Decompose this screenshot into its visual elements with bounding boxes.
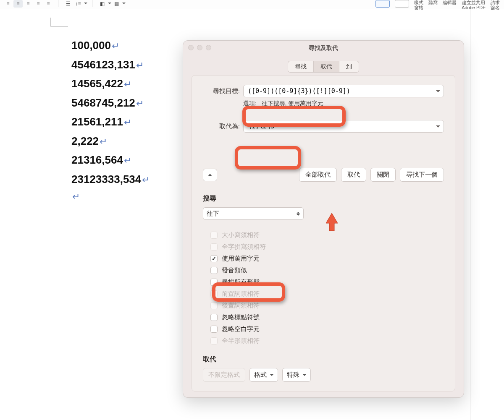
action-buttons-row: 全部取代 取代 關閉 尋找下一個 [203, 168, 444, 182]
replace-button[interactable]: 取代 [341, 168, 366, 182]
checkbox-icon[interactable] [210, 314, 218, 321]
chevron-down-icon[interactable] [108, 3, 111, 5]
paragraph-mark-icon: ↵ [136, 57, 144, 74]
line-spacing-icon[interactable]: ↕≡ [74, 0, 83, 8]
chevron-down-icon[interactable] [122, 3, 125, 5]
options-label: 選項: [243, 100, 257, 107]
collapse-button[interactable] [203, 169, 217, 181]
dialog-inner-panel: 尋找目標: 選項: 往下搜尋, 使用萬用字元 取代為: 全部取代 取代 關閉 [192, 75, 455, 391]
close-button[interactable]: 關閉 [370, 168, 396, 182]
find-input[interactable] [244, 87, 433, 95]
paragraph-mark-icon: ↵ [136, 96, 144, 112]
replace-input[interactable] [244, 123, 433, 130]
check-suffix: 後置詞須相符 [210, 300, 444, 311]
document-line: ↵ [71, 189, 150, 205]
checkbox-checked-icon[interactable] [210, 255, 218, 262]
check-wildcards[interactable]: 使用萬用字元 [210, 253, 444, 264]
tab-find[interactable]: 尋找 [288, 61, 313, 73]
find-replace-dialog: 尋找及取代 尋找 取代 到 尋找目標: 選項: 往下搜尋, 使用萬用字元 取代為… [183, 40, 464, 398]
find-next-button[interactable]: 尋找下一個 [400, 168, 444, 182]
check-prefix: 前置詞須相符 [210, 288, 444, 300]
replace-row: 取代為: [203, 120, 444, 133]
borders-icon[interactable]: ▦ [112, 0, 121, 8]
paragraph-mark-icon: ↵ [72, 189, 80, 205]
checkbox-icon [210, 302, 218, 309]
bullets-icon[interactable]: ☰ [63, 0, 73, 8]
ribbon-label-editor[interactable]: 編輯器 [443, 0, 457, 5]
toolbar-separator [58, 0, 58, 7]
ruler-column [0, 9, 71, 420]
replace-section: 取代 不限定格式 格式 特殊 [203, 355, 444, 382]
dialog-tabs: 尋找 取代 到 [183, 61, 464, 73]
document-line: 100,000↵ [71, 36, 150, 55]
document-line: 21561,211↵ [71, 112, 150, 132]
paragraph-mark-icon: ↵ [124, 153, 131, 169]
window-controls[interactable] [188, 45, 211, 50]
ribbon-button-2[interactable] [395, 0, 409, 8]
paragraph-mark-icon: ↵ [124, 76, 131, 93]
align-left-icon[interactable]: ≡ [3, 0, 13, 8]
document-line: 23123333,534↵ [71, 170, 150, 189]
ribbon-button-1[interactable] [375, 0, 390, 8]
document-content[interactable]: 100,000↵ 4546123,131↵ 14565,422↵ 5468745… [71, 9, 150, 420]
ribbon-label-signature[interactable]: 請求 簽名 [491, 0, 500, 10]
page-right-margin [470, 9, 470, 420]
check-full-half: 全半形須相符 [210, 335, 444, 347]
checkbox-icon [210, 290, 218, 297]
toolbar-separator [92, 0, 92, 7]
replace-section-title: 取代 [203, 355, 444, 364]
paragraph-mark-icon: ↵ [142, 172, 150, 188]
chevron-down-icon[interactable] [433, 125, 444, 128]
paragraph-mark-icon: ↵ [124, 115, 131, 131]
check-match-case: 大小寫須相符 [210, 229, 444, 241]
minimize-window-icon[interactable] [197, 45, 202, 50]
formatting-toolbar: ≡ ≡ ≡ ≡ ≡ ☰ ↕≡ ◧ ▦ 樣式 窗格 聽寫 編輯器 建立並共用 Ad… [0, 0, 504, 9]
select-chevrons-icon [297, 212, 300, 216]
check-whole-word: 全字拼寫須相符 [210, 241, 444, 253]
paragraph-mark-icon: ↵ [112, 38, 119, 55]
special-dropdown-button[interactable]: 特殊 [282, 368, 311, 382]
checkbox-icon[interactable] [210, 326, 218, 333]
replace-format-buttons: 不限定格式 格式 特殊 [203, 368, 444, 382]
checkbox-icon[interactable] [210, 267, 218, 274]
chevron-up-icon [208, 174, 212, 176]
dialog-titlebar[interactable]: 尋找及取代 [183, 41, 464, 56]
replace-label: 取代為: [203, 123, 240, 130]
replace-all-button[interactable]: 全部取代 [299, 168, 337, 182]
tab-goto[interactable]: 到 [339, 61, 359, 73]
fill-icon[interactable]: ◧ [97, 0, 107, 8]
tab-replace[interactable]: 取代 [313, 61, 339, 73]
align-justify-icon[interactable]: ≡ [34, 0, 43, 8]
ribbon-label-panes[interactable]: 樣式 窗格 [414, 0, 423, 10]
chevron-down-icon[interactable] [84, 3, 87, 5]
close-window-icon[interactable] [188, 45, 194, 50]
ribbon-label-dictation[interactable]: 聽寫 [428, 0, 438, 5]
checkbox-icon[interactable] [210, 279, 218, 286]
find-combo[interactable] [243, 85, 444, 97]
dialog-title: 尋找及取代 [309, 44, 338, 52]
paragraph-mark-icon: ↵ [100, 134, 107, 150]
zoom-window-icon[interactable] [206, 45, 211, 50]
document-line: 14565,422↵ [71, 74, 150, 94]
check-ignore-space[interactable]: 忽略空白字元 [210, 323, 444, 335]
find-row: 尋找目標: [203, 85, 444, 97]
no-format-button: 不限定格式 [203, 368, 245, 382]
document-line: 5468745,212↵ [71, 94, 150, 113]
chevron-down-icon[interactable] [433, 90, 444, 92]
ribbon-label-adobe-pdf[interactable]: 建立並共用 Adobe PDF [462, 0, 486, 10]
ribbon-right-labels: 樣式 窗格 聽寫 編輯器 建立並共用 Adobe PDF 請求 簽名 [375, 0, 500, 10]
format-dropdown-button[interactable]: 格式 [249, 368, 278, 382]
check-ignore-punct[interactable]: 忽略標點符號 [210, 311, 444, 323]
check-all-forms[interactable]: 尋找所有形態 [210, 276, 444, 288]
align-center-icon[interactable]: ≡ [13, 0, 23, 8]
search-direction-value: 往下 [207, 210, 219, 218]
search-section-title: 搜尋 [203, 194, 444, 203]
search-direction-select[interactable]: 往下 [203, 207, 304, 220]
find-label: 尋找目標: [203, 87, 240, 95]
align-right-icon[interactable]: ≡ [24, 0, 33, 8]
fill-border-group: ◧ ▦ [97, 0, 125, 8]
check-sounds-like[interactable]: 發音類似 [210, 264, 444, 276]
replace-combo[interactable] [243, 120, 444, 133]
distribute-icon[interactable]: ≡ [44, 0, 53, 8]
checkbox-icon [210, 337, 218, 344]
